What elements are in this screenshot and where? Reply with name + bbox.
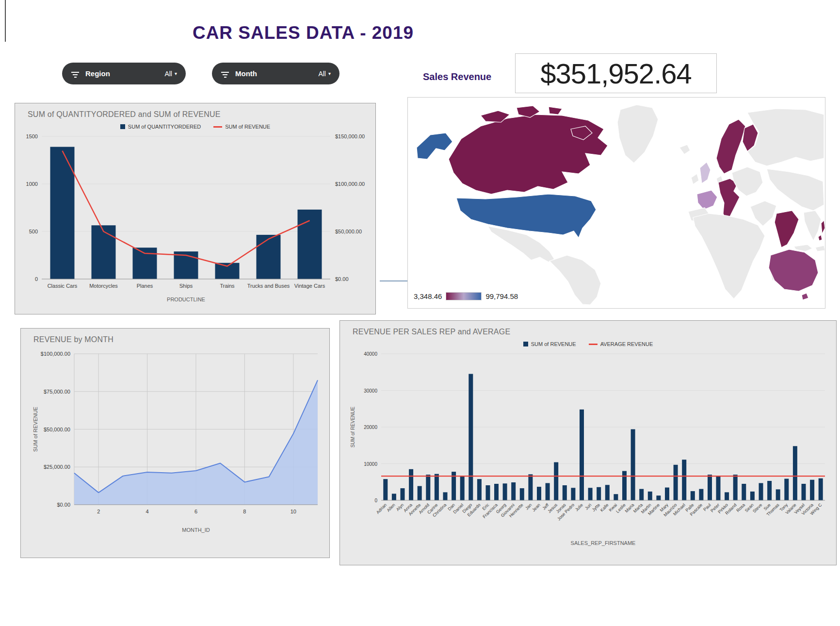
bar[interactable] [133, 247, 157, 279]
region-filter-value[interactable]: All ▾ [164, 70, 177, 78]
bar[interactable] [401, 488, 405, 500]
region-filter[interactable]: Region All ▾ [62, 63, 186, 84]
bar[interactable] [486, 485, 490, 500]
bar[interactable] [810, 480, 814, 500]
country-india[interactable] [775, 211, 799, 247]
bar[interactable] [656, 495, 661, 500]
bar[interactable] [597, 487, 601, 500]
tick-label: 1500 [26, 133, 38, 139]
bar[interactable] [257, 235, 281, 279]
bar[interactable] [477, 479, 482, 500]
rep-name-label: Allen [386, 502, 396, 512]
landmass-indonesia [794, 245, 812, 251]
x-axis-title: PRODUCTLINE [167, 297, 205, 302]
tick-label: Vintage Cars [294, 283, 325, 289]
bar[interactable] [674, 465, 678, 500]
landmass-eastern-europe [732, 167, 763, 196]
bar[interactable] [725, 492, 729, 500]
bar[interactable] [215, 263, 240, 279]
reps-bar-chart[interactable]: 010000200003000040000AdrianAllenAlynAnna… [340, 347, 835, 556]
bar[interactable] [520, 488, 524, 500]
bar[interactable] [699, 489, 703, 500]
bar[interactable] [571, 488, 575, 500]
bar[interactable] [468, 374, 473, 501]
bar[interactable] [631, 429, 635, 501]
bar[interactable] [443, 492, 448, 500]
bar[interactable] [580, 410, 584, 500]
bar[interactable] [639, 489, 644, 500]
tick-label: Classic Cars [48, 283, 78, 289]
area-chart-title: REVENUE by MONTH [33, 335, 329, 344]
bar[interactable] [409, 469, 413, 500]
bar[interactable] [537, 487, 541, 500]
bar[interactable] [742, 484, 746, 500]
bar[interactable] [494, 484, 499, 500]
bar[interactable] [750, 492, 755, 500]
bar[interactable] [605, 485, 610, 500]
bar[interactable] [563, 485, 567, 500]
region-filter-selected: All [164, 70, 172, 78]
bar[interactable] [383, 479, 388, 500]
bar[interactable] [776, 489, 780, 500]
country-france[interactable] [697, 190, 717, 210]
bar[interactable] [588, 488, 593, 500]
landmass-middle-east [750, 201, 776, 226]
country-philippines[interactable] [821, 220, 825, 234]
bar[interactable] [554, 462, 558, 501]
bar[interactable] [793, 446, 797, 500]
tick-label: Trains [220, 283, 235, 289]
bar[interactable] [460, 476, 465, 500]
country-tasmania[interactable] [802, 293, 808, 300]
bar[interactable] [511, 482, 516, 500]
tick-label: 2 [97, 509, 100, 514]
landmass-indonesia [815, 246, 825, 251]
bar[interactable] [503, 483, 507, 500]
x-axis-title: SALES_REP_FIRSTNAME [571, 540, 636, 546]
country-canada-islands[interactable] [549, 107, 562, 115]
bar[interactable] [648, 492, 652, 500]
bar[interactable] [546, 483, 550, 501]
bar[interactable] [665, 488, 669, 500]
country-uk[interactable] [700, 162, 711, 183]
bar[interactable] [819, 478, 823, 500]
bar[interactable] [92, 225, 116, 279]
bar[interactable] [392, 494, 396, 500]
bar[interactable] [426, 475, 430, 500]
bar[interactable] [708, 475, 712, 500]
country-philippines[interactable] [818, 235, 822, 241]
country-alaska[interactable] [417, 133, 452, 159]
area-chart-panel: REVENUE by MONTH $0.00$25,000.00$50,000.… [20, 328, 330, 558]
landmass-central-asia [767, 169, 824, 211]
bar[interactable] [614, 494, 618, 500]
combo-chart[interactable]: 050010001500$0.00$50,000.00$100,000.00$1… [15, 130, 375, 306]
bar[interactable] [682, 460, 686, 500]
bar[interactable] [691, 491, 695, 500]
country-scandinavia[interactable] [716, 119, 745, 174]
geo-map-panel: 3,348.46 99,794.58 [407, 97, 825, 309]
tick-label: $0.00 [335, 276, 349, 282]
month-filter[interactable]: Month All ▾ [212, 63, 339, 84]
bar[interactable] [802, 484, 806, 500]
bar[interactable] [733, 475, 738, 500]
bar[interactable] [435, 474, 439, 500]
tick-label: 30000 [364, 388, 377, 394]
tick-label: Planes [137, 283, 153, 289]
bar[interactable] [767, 481, 772, 500]
bar[interactable] [716, 476, 721, 500]
area-chart[interactable]: $0.00$25,000.00$50,000.00$75,000.00$100,… [21, 351, 329, 545]
bar[interactable] [418, 486, 422, 500]
color-scale [446, 292, 482, 300]
country-usa[interactable] [456, 194, 596, 238]
bar[interactable] [528, 474, 533, 500]
bar[interactable] [784, 479, 789, 501]
landmass-se-asia [804, 211, 821, 241]
world-map[interactable] [408, 98, 825, 308]
tick-label: $100,000.00 [335, 181, 365, 187]
tick-label: Ships [179, 283, 193, 289]
bar[interactable] [622, 471, 627, 500]
country-australia[interactable] [769, 249, 818, 291]
month-filter-value[interactable]: All ▾ [318, 70, 331, 78]
bar[interactable] [298, 210, 322, 279]
bar[interactable] [759, 483, 763, 501]
legend-swatch-bar [523, 342, 528, 346]
